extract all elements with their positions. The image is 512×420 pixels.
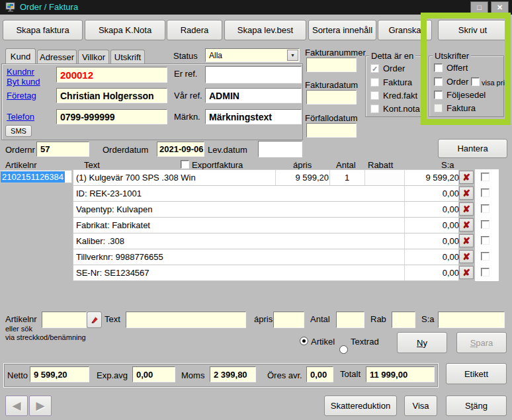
etikett-button[interactable]: Etikett	[446, 363, 507, 384]
entry-apris-field[interactable]	[273, 312, 304, 328]
er-ref-field[interactable]	[205, 66, 302, 83]
close-button[interactable]: ✕	[491, 1, 509, 13]
markn-field[interactable]: Märkningstext	[205, 109, 302, 124]
granska-button[interactable]: Granska	[378, 20, 432, 40]
sms-button[interactable]: SMS	[5, 125, 32, 137]
exportfaktura-checkbox[interactable]	[181, 160, 189, 169]
next-record-button[interactable]: ▶	[29, 396, 52, 416]
moms-field[interactable]: 2 399,80	[210, 366, 256, 382]
kredfakt-type-checkbox[interactable]	[370, 91, 379, 100]
prev-record-button[interactable]: ◀	[5, 396, 28, 416]
row-select-checkbox[interactable]	[481, 220, 490, 229]
col-artikelnr: Artikelnr	[5, 160, 37, 170]
foretag-field[interactable]: Christian Holgersson	[56, 88, 167, 103]
faktura-type-checkbox[interactable]	[370, 78, 379, 87]
tab-villkor[interactable]: Villkor	[78, 50, 109, 63]
row-select-checkbox[interactable]	[481, 173, 490, 181]
fakturanummer-field[interactable]	[306, 58, 357, 72]
delete-row-button[interactable]: ✘	[459, 202, 474, 216]
ordernr-field[interactable]: 57	[36, 142, 89, 157]
delete-row-button[interactable]: ✘	[459, 171, 474, 184]
markn-label: Märkn.	[174, 112, 200, 122]
order-type-checkbox[interactable]: ✓	[370, 64, 379, 73]
table-row[interactable]: (1) Kulgevär 700 SPS .308 Win 9 599,20 1…	[73, 170, 458, 186]
delete-row-button[interactable]: ✘	[459, 218, 474, 231]
sortera-innehall-button[interactable]: Sortera innehåll	[308, 20, 376, 40]
foljesedel-checkbox[interactable]	[434, 91, 443, 99]
kontnota-type-checkbox[interactable]	[370, 105, 379, 113]
delete-icon: ✘	[462, 268, 470, 277]
radera-button[interactable]: Radera	[167, 20, 222, 40]
skriv-ut-button[interactable]: Skriv ut	[438, 20, 507, 40]
tab-utskrift[interactable]: Utskrift	[110, 50, 145, 63]
article-picker-button[interactable]	[87, 312, 102, 328]
visa-button[interactable]: Visa	[404, 396, 437, 416]
skattereduktion-button[interactable]: Skattereduktion	[324, 396, 397, 416]
fakturadatum-field[interactable]	[306, 90, 357, 105]
dropdown-arrow-icon[interactable]: ▼	[287, 50, 298, 61]
maximize-button[interactable]: □	[470, 1, 488, 13]
telefon-field[interactable]: 0799-999999	[56, 109, 167, 124]
delete-row-button[interactable]: ✘	[459, 187, 474, 200]
table-row[interactable]: Tillverknr: 9988776655 0,00	[73, 249, 458, 265]
ny-button[interactable]: Ny	[397, 332, 447, 353]
row-select-checkbox[interactable]	[481, 268, 490, 276]
detta-ar-en-group: Detta är en ✓ Order Faktura Kred.fakt Ko…	[365, 56, 423, 117]
table-row[interactable]: Vapentyp: Kulvapen 0,00	[73, 202, 458, 218]
entry-sa-field[interactable]	[438, 312, 505, 328]
row-select-checkbox[interactable]	[481, 252, 490, 261]
tab-adresser[interactable]: Adresser	[37, 50, 77, 63]
delete-row-button[interactable]: ✘	[459, 266, 474, 279]
kundnr-field[interactable]: 200012	[56, 67, 167, 83]
var-ref-field[interactable]: ADMIN	[205, 88, 302, 103]
fakturadatum-label: Fakturadatum	[305, 80, 358, 90]
stang-button[interactable]: Stäng	[446, 396, 507, 416]
table-row[interactable]: Kaliber: .308 0,00	[73, 233, 458, 249]
table-row[interactable]: SE-Nr: SE1234567 0,00	[73, 265, 458, 280]
table-row[interactable]: Fabrikat: Fabrikatet 0,00	[73, 218, 458, 233]
artikelnr-cell[interactable]: 2102151126384	[0, 170, 72, 183]
order-print-checkbox[interactable]	[434, 77, 443, 86]
textrad-radio-label: Textrad	[351, 337, 379, 347]
entry-rab-field[interactable]	[392, 312, 415, 328]
totalt-field[interactable]: 11 999,00	[366, 366, 435, 382]
foretag-link[interactable]: Företag	[7, 91, 36, 101]
tab-kund[interactable]: Kund	[5, 48, 36, 63]
artikel-radio[interactable]	[300, 337, 308, 345]
byt-kund-link[interactable]: Byt kund	[7, 77, 40, 87]
kundnr-link[interactable]: Kundnr	[7, 67, 34, 77]
spara-button[interactable]: Spara	[456, 332, 507, 353]
netto-field[interactable]: 9 599,20	[30, 366, 89, 382]
row-select-checkbox[interactable]	[481, 189, 490, 197]
faktura-print-checkbox[interactable]	[434, 104, 443, 112]
oresavr-field[interactable]: 0,00	[306, 366, 333, 382]
orderdatum-field[interactable]: 2021-09-06	[157, 142, 204, 157]
forfallodatum-field[interactable]	[306, 123, 357, 138]
delete-icon: ✘	[462, 220, 470, 230]
entry-text-field[interactable]	[126, 312, 246, 328]
col-sa: S:a	[441, 160, 454, 170]
status-dropdown[interactable]: Alla ▼	[205, 48, 300, 62]
table-row[interactable]: ID: REK-23-1001 0,00	[73, 186, 458, 202]
skapa-levbest-button[interactable]: Skapa lev.best	[224, 20, 306, 40]
textrad-radio[interactable]	[339, 345, 348, 354]
delete-row-button[interactable]: ✘	[459, 250, 474, 263]
skapa-faktura-button[interactable]: Skapa faktura	[3, 20, 83, 40]
expavg-field[interactable]: 0,00	[132, 366, 175, 382]
skapa-knota-button[interactable]: Skapa K.Nota	[85, 20, 165, 40]
orderdatum-label: Orderdatum	[103, 145, 148, 155]
row-select-checkbox[interactable]	[481, 236, 490, 245]
telefon-link[interactable]: Telefon	[7, 112, 34, 122]
visa-pris-checkbox[interactable]	[471, 77, 480, 86]
levdatum-field[interactable]	[258, 141, 302, 157]
offert-checkbox[interactable]	[434, 63, 443, 72]
entry-artikelnr-field[interactable]	[42, 312, 87, 328]
hantera-button[interactable]: Hantera	[438, 139, 507, 158]
delete-row-button[interactable]: ✘	[459, 234, 474, 247]
entry-antal-field[interactable]	[336, 312, 364, 328]
nav-right-icon: ▶	[36, 399, 44, 413]
article-picker-icon	[89, 315, 99, 325]
netto-label: Netto	[7, 370, 28, 380]
row-select-checkbox[interactable]	[481, 204, 490, 213]
entry-text-label: Text	[105, 314, 120, 324]
